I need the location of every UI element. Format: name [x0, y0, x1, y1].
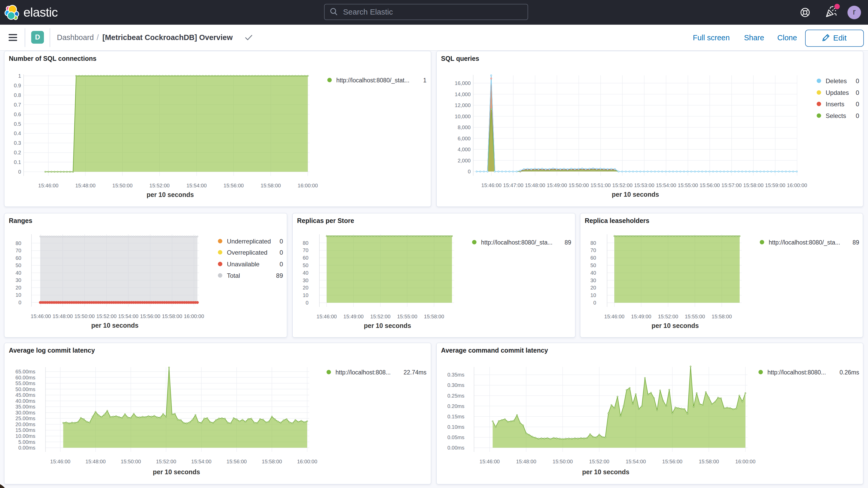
svg-text:http://localhost:8080/_sta...: http://localhost:8080/_sta...	[769, 239, 840, 246]
svg-text:15:52:00: 15:52:00	[658, 314, 678, 319]
svg-text:per 10 seconds: per 10 seconds	[91, 322, 138, 329]
svg-text:0.2: 0.2	[14, 150, 21, 155]
svg-text:Unavailable: Unavailable	[227, 261, 259, 268]
svg-text:70: 70	[590, 247, 596, 253]
svg-text:15:46:00: 15:46:00	[38, 183, 59, 188]
svg-text:10.00ms: 10.00ms	[16, 433, 35, 439]
svg-text:15:54:00: 15:54:00	[656, 182, 676, 188]
svg-text:http://localhost:808...: http://localhost:808...	[336, 369, 391, 376]
svg-text:15:56:00: 15:56:00	[662, 459, 682, 464]
svg-text:30: 30	[16, 277, 21, 283]
svg-text:30: 30	[303, 277, 308, 283]
svg-text:16:00:00: 16:00:00	[184, 313, 204, 319]
svg-text:12,000: 12,000	[455, 102, 471, 108]
svg-text:0.00ms: 0.00ms	[447, 445, 464, 451]
svg-text:0.00ms: 0.00ms	[18, 445, 35, 451]
svg-text:30.00ms: 30.00ms	[16, 410, 35, 416]
svg-text:15:52:00: 15:52:00	[96, 313, 117, 319]
svg-text:15:48:00: 15:48:00	[53, 313, 73, 319]
svg-text:0.3: 0.3	[14, 140, 21, 146]
svg-text:0.8: 0.8	[14, 92, 21, 98]
svg-text:50: 50	[303, 263, 308, 268]
svg-text:0.20ms: 0.20ms	[447, 403, 464, 409]
svg-text:20: 20	[16, 285, 21, 291]
svg-text:Total: Total	[227, 272, 240, 279]
svg-text:20: 20	[303, 285, 308, 291]
svg-text:80: 80	[590, 240, 596, 246]
svg-text:14,000: 14,000	[455, 91, 471, 97]
svg-text:http://localhost:8080/_sta...: http://localhost:8080/_sta...	[481, 239, 553, 246]
svg-text:15:50:00: 15:50:00	[569, 182, 589, 188]
svg-text:60: 60	[590, 255, 596, 261]
svg-text:15:50:00: 15:50:00	[74, 313, 95, 319]
svg-text:http://localhost:8080...: http://localhost:8080...	[768, 369, 826, 376]
svg-text:15:46:00: 15:46:00	[481, 182, 502, 188]
svg-text:35.00ms: 35.00ms	[16, 404, 35, 409]
svg-text:0.05ms: 0.05ms	[447, 434, 464, 440]
svg-text:15:52:00: 15:52:00	[370, 314, 391, 319]
svg-text:1: 1	[18, 73, 21, 79]
svg-text:Ranges: Ranges	[9, 217, 32, 224]
svg-text:60: 60	[303, 255, 308, 261]
svg-text:10: 10	[303, 292, 308, 298]
svg-text:0.5: 0.5	[14, 121, 21, 127]
svg-text:80: 80	[303, 240, 308, 246]
svg-text:89: 89	[852, 239, 859, 246]
svg-text:0: 0	[280, 261, 283, 268]
svg-text:15:49:00: 15:49:00	[631, 314, 651, 319]
svg-text:89: 89	[564, 239, 571, 246]
svg-text:SQL queries: SQL queries	[441, 55, 479, 62]
svg-text:0.25ms: 0.25ms	[447, 393, 464, 399]
svg-text:60.00ms: 60.00ms	[16, 375, 35, 380]
svg-text:0.35ms: 0.35ms	[447, 372, 464, 377]
svg-text:15:57:00: 15:57:00	[721, 182, 742, 188]
svg-text:http://localhost:8080/_stat...: http://localhost:8080/_stat...	[336, 77, 409, 84]
svg-text:0: 0	[280, 249, 283, 256]
svg-text:Number of SQL connections: Number of SQL connections	[9, 55, 96, 62]
svg-text:1: 1	[423, 77, 427, 84]
svg-text:0: 0	[306, 300, 308, 306]
svg-text:15:48:00: 15:48:00	[525, 182, 545, 188]
svg-text:40.00ms: 40.00ms	[16, 398, 35, 404]
svg-text:0: 0	[593, 300, 596, 306]
svg-text:16:00:00: 16:00:00	[297, 459, 317, 464]
svg-text:15:46:00: 15:46:00	[316, 314, 337, 319]
svg-text:per 10 seconds: per 10 seconds	[652, 322, 699, 329]
svg-text:0.15ms: 0.15ms	[447, 414, 464, 419]
svg-text:80: 80	[16, 240, 21, 246]
svg-text:15:52:00: 15:52:00	[589, 459, 610, 464]
svg-text:15:58:00: 15:58:00	[712, 314, 732, 319]
svg-text:0.30ms: 0.30ms	[447, 382, 464, 388]
svg-text:15:54:00: 15:54:00	[191, 459, 212, 464]
svg-text:70: 70	[16, 248, 21, 253]
svg-text:5.00ms: 5.00ms	[18, 439, 35, 445]
svg-text:15:50:00: 15:50:00	[112, 183, 132, 188]
svg-text:15:48:00: 15:48:00	[516, 459, 536, 464]
svg-text:15:50:00: 15:50:00	[121, 459, 141, 464]
svg-text:15:49:00: 15:49:00	[547, 182, 567, 188]
svg-text:elastic: elastic	[23, 5, 58, 19]
svg-text:15:56:00: 15:56:00	[223, 183, 244, 188]
svg-text:per 10 seconds: per 10 seconds	[612, 191, 659, 198]
svg-text:0: 0	[856, 100, 859, 108]
svg-text:40: 40	[590, 270, 596, 276]
svg-text:0: 0	[856, 89, 859, 96]
svg-text:15:58:00: 15:58:00	[262, 459, 282, 464]
svg-text:Inserts: Inserts	[826, 100, 844, 108]
svg-text:6,000: 6,000	[458, 135, 471, 141]
svg-text:50.00ms: 50.00ms	[16, 387, 35, 392]
svg-text:0.7: 0.7	[14, 102, 21, 108]
svg-text:15:54:00: 15:54:00	[625, 459, 646, 464]
svg-text:16:00:00: 16:00:00	[735, 459, 755, 464]
svg-text:Deletes: Deletes	[826, 78, 847, 85]
svg-text:15:46:00: 15:46:00	[50, 459, 70, 464]
svg-text:0: 0	[19, 300, 21, 305]
svg-text:0.4: 0.4	[14, 130, 21, 136]
svg-text:50: 50	[16, 263, 21, 268]
svg-text:per 10 seconds: per 10 seconds	[364, 322, 411, 329]
svg-text:40: 40	[303, 270, 308, 276]
svg-text:15:52:00: 15:52:00	[612, 182, 632, 188]
svg-text:15:58:00: 15:58:00	[162, 313, 182, 319]
svg-text:65.00ms: 65.00ms	[16, 369, 35, 374]
svg-text:15:54:00: 15:54:00	[118, 313, 138, 319]
